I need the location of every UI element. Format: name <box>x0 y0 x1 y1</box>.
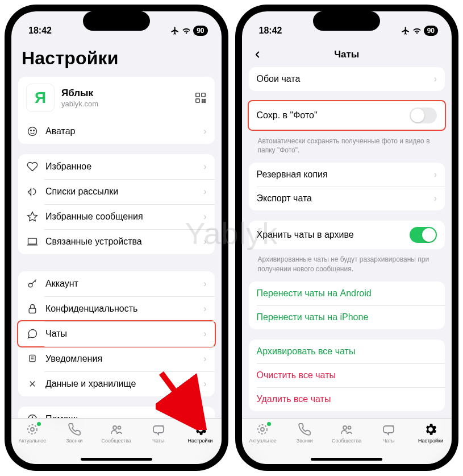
starred-row[interactable]: Избранные сообщения › <box>18 204 215 229</box>
wifi-icon <box>182 26 191 35</box>
archive-all-row[interactable]: Архивировать все чаты <box>249 340 445 363</box>
tab-label: Звонки <box>297 438 313 444</box>
chevron-right-icon: › <box>203 187 206 197</box>
account-label: Аккаунт <box>45 279 203 289</box>
archive-note: Архивированные чаты не будут разархивиро… <box>249 251 445 281</box>
svg-rect-0 <box>195 93 199 97</box>
profile-row[interactable]: Я Яблык yablyk.com <box>18 77 215 119</box>
svg-point-26 <box>113 426 116 429</box>
favorites-label: Избранное <box>45 162 203 172</box>
chats-row[interactable]: Чаты › <box>17 320 216 347</box>
chats-label: Чаты <box>45 329 203 339</box>
tab-updates[interactable]: Актуальное <box>12 422 52 464</box>
wallpaper-label: Обои чата <box>257 74 434 84</box>
phone-right: 18:42 90 Чаты Обои чата › <box>235 5 459 471</box>
transfer-android-row[interactable]: Перенести чаты на Android <box>249 282 445 305</box>
backup-group: Резервная копия › Экспорт чата › <box>249 163 445 210</box>
chevron-right-icon: › <box>434 74 437 84</box>
storage-icon <box>26 378 39 390</box>
chats-tab-icon <box>381 422 396 437</box>
save-photos-note: Автоматически сохранять полученные фото … <box>249 133 445 163</box>
tab-updates[interactable]: Актуальное <box>243 422 282 464</box>
profile-name: Яблык <box>61 88 194 99</box>
archive-group: Хранить чаты в архиве <box>249 221 445 249</box>
transfer-group: Перенести чаты на Android Перенести чаты… <box>249 282 445 329</box>
storage-label: Данные и хранилище <box>45 379 203 389</box>
megaphone-icon <box>26 185 39 198</box>
save-photos-toggle[interactable] <box>410 107 437 123</box>
wifi-icon <box>412 26 422 35</box>
archive-label: Хранить чаты в архиве <box>257 230 410 240</box>
chevron-right-icon: › <box>203 354 206 364</box>
face-icon <box>26 125 39 138</box>
battery-icon: 90 <box>424 26 438 36</box>
settings-group: Аккаунт › Конфиденциальность › Чаты › <box>18 271 215 396</box>
svg-point-31 <box>348 427 351 429</box>
archive-row[interactable]: Хранить чаты в архиве <box>249 221 445 249</box>
starred-label: Избранные сообщения <box>45 212 203 222</box>
notifications-label: Уведомления <box>45 354 203 364</box>
svg-rect-2 <box>195 99 199 102</box>
chevron-right-icon: › <box>203 126 206 136</box>
tabbar: Актуальное Звонки Сообщества Чаты Настро… <box>242 418 452 464</box>
transfer-android-label: Перенести чаты на Android <box>257 288 437 299</box>
avatar: Я <box>26 84 55 112</box>
bell-icon <box>26 353 39 365</box>
delete-all-label: Удалить все чаты <box>257 394 437 404</box>
transfer-iphone-row[interactable]: Перенести чаты на iPhone <box>249 305 445 329</box>
phone-icon <box>67 422 82 437</box>
favorites-row[interactable]: Избранное › <box>18 154 215 179</box>
transfer-iphone-label: Перенести чаты на iPhone <box>257 312 437 322</box>
back-button[interactable] <box>252 49 262 60</box>
clear-all-row[interactable]: Очистить все чаты <box>249 363 445 387</box>
export-row[interactable]: Экспорт чата › <box>249 187 445 210</box>
svg-rect-1 <box>201 93 205 97</box>
svg-point-30 <box>343 426 347 429</box>
notifications-row[interactable]: Уведомления › <box>18 346 215 371</box>
linked-row[interactable]: Связанные устройства › <box>18 229 215 254</box>
chevron-right-icon: › <box>203 379 206 389</box>
svg-rect-14 <box>29 308 36 313</box>
svg-point-24 <box>28 425 37 434</box>
profile-subtitle: yablyk.com <box>61 100 194 108</box>
svg-rect-6 <box>204 101 205 102</box>
backup-row[interactable]: Резервная копия › <box>249 163 445 187</box>
archive-toggle[interactable] <box>410 227 437 243</box>
clear-all-label: Очистить все чаты <box>257 370 437 380</box>
status-indicators: 90 <box>401 26 438 36</box>
badge-dot <box>267 422 271 426</box>
tab-label: Звонки <box>66 438 82 444</box>
chevron-right-icon: › <box>434 169 437 180</box>
battery-icon: 90 <box>193 26 207 36</box>
chevron-right-icon: › <box>203 162 206 172</box>
chats-tab-icon <box>151 422 166 437</box>
profile-group: Я Яблык yablyk.com Аватар <box>18 77 215 144</box>
delete-all-row[interactable]: Удалить все чаты <box>249 387 445 411</box>
tab-settings[interactable]: Настройки <box>411 422 451 464</box>
nav-title: Чаты <box>334 49 359 60</box>
tab-label: Сообщества <box>102 438 131 444</box>
wallpaper-row[interactable]: Обои чата › <box>249 67 445 91</box>
broadcast-row[interactable]: Списки рассылки › <box>18 179 215 204</box>
qr-icon[interactable] <box>194 92 207 104</box>
avatar-row[interactable]: Аватар › <box>18 119 215 144</box>
destructive-group: Архивировать все чаты Очистить все чаты … <box>249 340 445 411</box>
tab-label: Чаты <box>382 438 394 444</box>
account-row[interactable]: Аккаунт › <box>18 271 215 296</box>
storage-row[interactable]: Данные и хранилище › <box>18 371 215 396</box>
save-photos-row[interactable]: Сохр. в "Фото" <box>249 101 445 130</box>
general-group: Избранное › Списки рассылки › Избранные … <box>18 154 215 254</box>
chat-icon <box>26 328 39 340</box>
chevron-right-icon: › <box>203 329 206 339</box>
chevron-right-icon: › <box>203 212 206 222</box>
gear-icon <box>423 422 438 437</box>
svg-point-8 <box>31 130 32 131</box>
chevron-right-icon: › <box>434 193 437 204</box>
key-icon <box>26 278 39 290</box>
svg-point-9 <box>34 130 35 131</box>
tab-label: Чаты <box>152 438 164 444</box>
privacy-row[interactable]: Конфиденциальность › <box>18 296 215 321</box>
lock-icon <box>26 303 39 315</box>
tab-settings[interactable]: Настройки <box>181 422 220 464</box>
svg-marker-10 <box>28 212 37 221</box>
